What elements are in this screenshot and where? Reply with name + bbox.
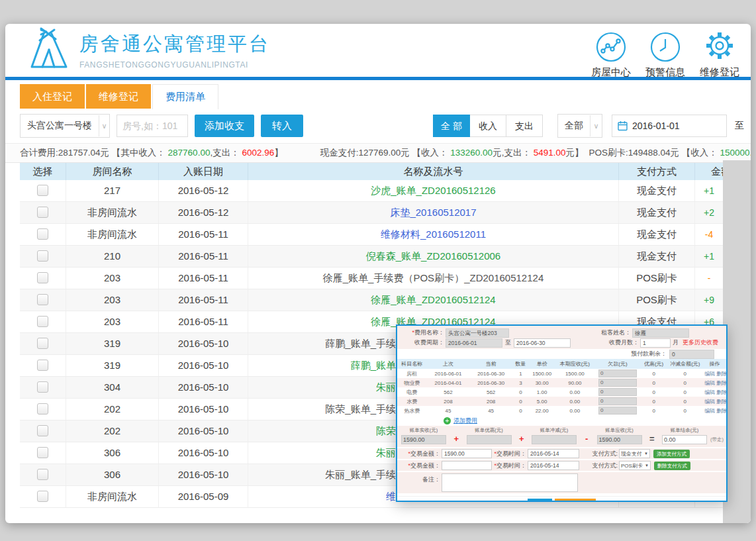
fee-name-label-text: 费用名称：	[414, 329, 444, 336]
transaction-amount-input[interactable]	[442, 461, 492, 470]
nav-item-repair-register[interactable]: 维修登记	[692, 29, 747, 79]
arrears-input[interactable]: 0	[598, 407, 637, 415]
bill-name-link[interactable]: 床垫_20160512017	[390, 207, 476, 218]
row-checkbox[interactable]	[37, 185, 48, 196]
bill-name-link[interactable]: 朱丽	[376, 381, 396, 393]
transfer-button[interactable]: 转入	[261, 115, 303, 137]
edit-link[interactable]: 编辑	[704, 389, 715, 395]
tenant-input[interactable]: 徐雁	[632, 328, 689, 338]
bill-name-link[interactable]: 维修材料_20160512011	[381, 228, 486, 240]
bill-name-link[interactable]: 朱丽	[376, 447, 396, 458]
period-label: 收费周期：	[401, 338, 444, 347]
segment-expense[interactable]: 支出	[506, 115, 543, 137]
delete-link[interactable]: 删除	[716, 389, 726, 395]
transaction-amount-input[interactable]: 1590.00	[442, 449, 492, 458]
row-checkbox[interactable]	[37, 294, 48, 305]
delete-link[interactable]: 删除	[716, 380, 726, 386]
row-checkbox[interactable]	[37, 381, 48, 393]
prepaid-value: 0	[669, 350, 714, 359]
edit-link[interactable]: 编辑	[704, 399, 715, 405]
delete-payment-method-button[interactable]: 删除支付方式	[654, 462, 690, 470]
segment-income[interactable]: 收入	[470, 115, 506, 137]
transaction-time-input[interactable]: 2016-05-14	[528, 461, 579, 470]
add-income-expense-button[interactable]: 添加收支	[195, 115, 254, 137]
fee-column-header: 优惠(元)	[641, 359, 667, 369]
delete-link[interactable]: 删除	[716, 408, 726, 414]
nav-item-label: 维修登记	[700, 66, 739, 79]
bill-name-link[interactable]: 倪春森_账单_ZD20160512006	[366, 250, 500, 262]
fee-items-table: 科目名称上次当前数量单价本期应收(元)欠款(元)优惠(元)冲减金额(元)操作房租…	[397, 359, 726, 415]
delete-link[interactable]: 删除	[716, 371, 726, 377]
transaction-amount-label: *交易金额：	[397, 450, 440, 458]
period-to-input[interactable]: 2016-06-30	[514, 338, 571, 348]
row-checkbox[interactable]	[37, 207, 48, 218]
delete-link[interactable]: 删除	[716, 399, 726, 405]
arrears-input[interactable]: 0	[598, 369, 637, 377]
bill-name-link[interactable]: 徐雁_账单_ZD20160512124	[371, 294, 495, 305]
row-checkbox[interactable]	[37, 272, 48, 283]
room-number-input[interactable]	[117, 115, 188, 137]
summary-income-value: 150000.00	[720, 148, 751, 158]
add-payment-method-button[interactable]: 添加支付方式	[653, 450, 690, 458]
payment-row-2: *交易金额：*交易时间：2016-05-14支付方式:POS刷卡▼删除支付方式	[397, 460, 726, 471]
row-checkbox[interactable]	[37, 491, 48, 502]
tab-checkin-register[interactable]: 入住登记	[20, 84, 85, 109]
add-fee-link[interactable]: 添加费用	[453, 417, 477, 425]
edit-link[interactable]: 编辑	[704, 408, 715, 414]
tab-expense-list[interactable]: 费用清单	[152, 84, 218, 109]
caret-down-icon: ▼	[644, 452, 648, 456]
row-checkbox[interactable]	[37, 250, 48, 262]
remark-textarea[interactable]	[442, 473, 578, 492]
row-checkbox[interactable]	[37, 403, 48, 415]
return-house-center-button[interactable]: 返回房屋中心	[555, 499, 596, 502]
row-checkbox[interactable]	[37, 316, 48, 327]
nav-item-label: 预警信息	[645, 66, 685, 79]
fee-actions-cell: 编辑删除	[703, 397, 726, 406]
payment-method-select[interactable]: 现金支付▼	[619, 449, 650, 458]
clipped-name-wrap: 朱丽	[248, 442, 396, 463]
row-checkbox[interactable]	[37, 469, 48, 480]
edit-link[interactable]: 编辑	[704, 371, 715, 377]
transaction-time-input[interactable]: 2016-05-14	[528, 449, 579, 458]
building-select[interactable]: 头宫公寓一号楼 ∨	[20, 114, 110, 138]
nav-item-warning-info[interactable]: 预警信息	[638, 32, 692, 79]
fee-table-row: 物业费2016-04-012016-06-30330.0090.00000编辑删…	[397, 378, 726, 387]
payment-method-select[interactable]: POS刷卡▼	[619, 461, 651, 470]
more-history-link[interactable]: 更多历史收费	[683, 338, 718, 347]
payment-method-cell: POS刷卡	[619, 289, 695, 311]
fee-name-input[interactable]: 头宫公寓一号楼203	[446, 328, 509, 338]
bill-name-link[interactable]: 陈荣	[376, 425, 396, 436]
row-checkbox[interactable]	[37, 425, 48, 436]
months-input[interactable]: 1	[640, 338, 671, 348]
period-from-input[interactable]: 2016-06-01	[446, 338, 502, 348]
type-select[interactable]: 全部 ∨	[557, 114, 602, 138]
date-from-input[interactable]: 2016-01-01	[612, 115, 727, 137]
tab-bar: 入住登记维修登记费用清单	[20, 84, 751, 109]
row-checkbox[interactable]	[37, 360, 48, 371]
row-checkbox[interactable]	[37, 338, 48, 349]
bill-name-link: 薛鹏_账单_手续	[325, 338, 396, 349]
entry-date-cell: 2016-05-10	[159, 333, 248, 354]
fee-column-header: 单价	[529, 359, 555, 369]
edit-link[interactable]: 编辑	[704, 380, 715, 386]
arrears-input[interactable]: 0	[598, 379, 637, 387]
fee-arrears-cell: 0	[594, 397, 641, 406]
arrears-input[interactable]: 0	[598, 397, 637, 405]
select-cell	[20, 289, 66, 311]
tab-repair-register[interactable]: 维修登记	[86, 84, 151, 109]
bill-name-link: 徐雁_账单_手续费（POS刷卡）_ZD20160512124	[323, 272, 543, 283]
bill-name-link[interactable]: 沙虎_账单_ZD20160512126	[371, 185, 495, 196]
arrears-input[interactable]: 0	[598, 388, 637, 396]
segment-all[interactable]: 全 部	[433, 115, 470, 137]
amount-value: +1	[704, 251, 714, 262]
bill-item-label: 账单实收(元)	[410, 427, 438, 434]
bill-name-link[interactable]: 薛鹏_账单	[351, 360, 396, 371]
save-button[interactable]: 保 存	[528, 499, 551, 502]
bill-name-link[interactable]: 维	[386, 491, 396, 502]
nav-item-house-center[interactable]: 房屋中心	[584, 32, 638, 79]
fee-curr-cell: 45	[469, 406, 512, 415]
row-checkbox[interactable]	[37, 447, 48, 458]
column-header: 支付方式	[619, 163, 695, 180]
row-checkbox[interactable]	[37, 228, 48, 240]
summary-text: ,支出：	[210, 148, 242, 158]
